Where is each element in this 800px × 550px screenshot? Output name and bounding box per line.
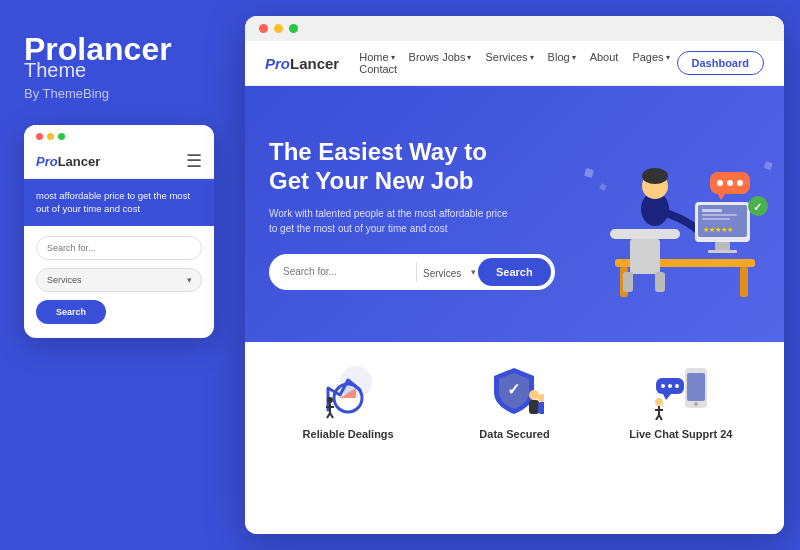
hero-left: The Easiest Way to Get Your New Job Work… bbox=[269, 138, 555, 290]
live-chat-icon bbox=[651, 360, 711, 420]
svg-rect-26 bbox=[599, 183, 607, 191]
svg-rect-4 bbox=[630, 239, 660, 274]
nav-blog[interactable]: Blog ▾ bbox=[548, 51, 576, 63]
svg-rect-16 bbox=[702, 218, 730, 220]
reliable-dealings-label: Reliable Dealings bbox=[303, 428, 394, 440]
feature-live-chat: Live Chat Supprt 24 bbox=[598, 360, 764, 516]
svg-rect-6 bbox=[655, 272, 665, 292]
site-logo: ProLancer bbox=[265, 55, 339, 72]
svg-point-21 bbox=[727, 180, 733, 186]
mobile-dot-green bbox=[58, 133, 65, 140]
svg-point-20 bbox=[717, 180, 723, 186]
mobile-mockup: ProLancer ☰ most affordable price to get… bbox=[24, 125, 214, 338]
features-section: Reliable Dealings ✓ bbox=[245, 342, 784, 534]
browser-dot-yellow bbox=[274, 24, 283, 33]
search-divider bbox=[416, 262, 417, 282]
svg-rect-12 bbox=[715, 242, 730, 250]
mobile-logo: ProLancer bbox=[36, 154, 100, 169]
hero-section: The Easiest Way to Get Your New Job Work… bbox=[245, 86, 784, 342]
svg-rect-38 bbox=[529, 400, 539, 414]
svg-rect-27 bbox=[764, 161, 773, 170]
site-logo-pro: Pro bbox=[265, 55, 290, 72]
nav-links: Home ▾ Brows Jobs ▾ Services ▾ Blog ▾ Ab… bbox=[359, 51, 676, 75]
svg-rect-15 bbox=[702, 214, 737, 216]
site-nav: ProLancer Home ▾ Brows Jobs ▾ Services ▾… bbox=[245, 41, 784, 86]
feature-reliable-dealings: Reliable Dealings bbox=[265, 360, 431, 516]
nav-home[interactable]: Home ▾ bbox=[359, 51, 394, 63]
browser-dot-green bbox=[289, 24, 298, 33]
svg-rect-42 bbox=[687, 373, 705, 401]
svg-point-43 bbox=[694, 402, 698, 406]
svg-rect-13 bbox=[708, 250, 737, 253]
svg-point-48 bbox=[675, 384, 679, 388]
nav-row-2: Contact bbox=[359, 63, 676, 75]
svg-line-35 bbox=[330, 413, 333, 418]
nav-about[interactable]: About bbox=[590, 51, 619, 63]
data-secured-label: Data Secured bbox=[479, 428, 549, 440]
mobile-top-bar bbox=[24, 125, 214, 144]
mobile-select-wrap: Services bbox=[36, 268, 202, 292]
hero-select-wrap: Services bbox=[423, 263, 478, 281]
hero-search-bar: Services Search bbox=[269, 254, 555, 290]
hero-subtitle: Work with talented people at the most af… bbox=[269, 206, 509, 236]
main-wrapper: Prolancer Theme By ThemeBing ProLancer ☰… bbox=[0, 0, 800, 550]
browser-mockup: ProLancer Home ▾ Brows Jobs ▾ Services ▾… bbox=[245, 16, 784, 534]
svg-marker-19 bbox=[718, 194, 725, 200]
nav-brows-jobs[interactable]: Brows Jobs ▾ bbox=[409, 51, 472, 63]
mobile-logo-pro: Pro bbox=[36, 154, 58, 169]
svg-rect-2 bbox=[740, 267, 748, 297]
mobile-dot-yellow bbox=[47, 133, 54, 140]
hero-search-button[interactable]: Search bbox=[478, 258, 551, 286]
feature-data-secured: ✓ Data Secured bbox=[431, 360, 597, 516]
browser-content: ProLancer Home ▾ Brows Jobs ▾ Services ▾… bbox=[245, 41, 784, 534]
svg-point-46 bbox=[661, 384, 665, 388]
svg-text:★★★★★: ★★★★★ bbox=[703, 226, 733, 233]
left-panel: Prolancer Theme By ThemeBing ProLancer ☰… bbox=[0, 0, 245, 550]
mobile-services-select[interactable]: Services bbox=[36, 268, 202, 292]
hero-title: The Easiest Way to Get Your New Job bbox=[269, 138, 555, 196]
svg-point-31 bbox=[327, 397, 333, 403]
mobile-search-input[interactable] bbox=[36, 236, 202, 260]
svg-text:✓: ✓ bbox=[753, 201, 762, 213]
hero-search-input[interactable] bbox=[283, 266, 410, 277]
data-secured-icon: ✓ bbox=[484, 360, 544, 420]
svg-rect-25 bbox=[584, 168, 594, 178]
svg-text:✓: ✓ bbox=[507, 381, 520, 398]
nav-row-1: Home ▾ Brows Jobs ▾ Services ▾ Blog ▾ Ab… bbox=[359, 51, 676, 63]
svg-point-47 bbox=[668, 384, 672, 388]
svg-rect-3 bbox=[610, 229, 680, 239]
hero-illustration: ★★★★★ ✓ bbox=[555, 114, 775, 314]
svg-point-22 bbox=[737, 180, 743, 186]
hero-title-line1: The Easiest Way to bbox=[269, 138, 487, 165]
browser-chrome bbox=[245, 16, 784, 41]
svg-line-53 bbox=[659, 415, 662, 420]
mobile-hero-text: most affordable price to get the most ou… bbox=[24, 179, 214, 226]
svg-rect-5 bbox=[623, 272, 633, 292]
svg-rect-40 bbox=[538, 402, 544, 414]
mobile-nav: ProLancer ☰ bbox=[24, 144, 214, 179]
nav-pages[interactable]: Pages ▾ bbox=[632, 51, 669, 63]
reliable-dealings-icon bbox=[318, 360, 378, 420]
hero-title-line2: Get Your New Job bbox=[269, 167, 473, 194]
nav-contact[interactable]: Contact bbox=[359, 63, 397, 75]
svg-point-37 bbox=[529, 390, 539, 400]
svg-point-49 bbox=[655, 398, 663, 406]
mobile-dot-red bbox=[36, 133, 43, 140]
svg-point-9 bbox=[642, 168, 668, 184]
browser-dot-red bbox=[259, 24, 268, 33]
dashboard-button[interactable]: Dashboard bbox=[677, 51, 764, 75]
hero-services-select[interactable]: Services bbox=[423, 268, 478, 279]
svg-rect-14 bbox=[702, 209, 722, 212]
mobile-logo-lancer: Lancer bbox=[58, 154, 101, 169]
mobile-search-button[interactable]: Search bbox=[36, 300, 106, 324]
brand-by: By ThemeBing bbox=[24, 86, 221, 101]
site-logo-lancer: Lancer bbox=[290, 55, 339, 72]
live-chat-label: Live Chat Supprt 24 bbox=[629, 428, 732, 440]
nav-services[interactable]: Services ▾ bbox=[485, 51, 533, 63]
mobile-search-area: Services Search bbox=[24, 226, 214, 338]
svg-marker-45 bbox=[663, 394, 671, 400]
hamburger-icon[interactable]: ☰ bbox=[186, 150, 202, 172]
